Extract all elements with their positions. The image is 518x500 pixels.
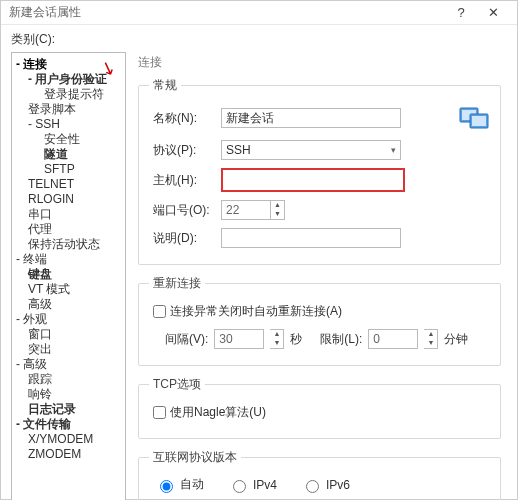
- limit-label: 限制(L):: [320, 331, 362, 348]
- radio-auto[interactable]: 自动: [155, 476, 204, 493]
- reconnect-legend: 重新连接: [149, 275, 205, 292]
- chevron-down-icon: ▾: [391, 145, 396, 155]
- tree-item[interactable]: 代理: [14, 222, 123, 237]
- tree-item[interactable]: X/YMODEM: [14, 432, 123, 447]
- tree-item[interactable]: 高级: [14, 297, 123, 312]
- computer-icon: [458, 104, 490, 132]
- name-label: 名称(N):: [149, 110, 221, 127]
- tree-item[interactable]: 响铃: [14, 387, 123, 402]
- interval-label: 间隔(V):: [165, 331, 208, 348]
- tree-item[interactable]: 登录脚本: [14, 102, 123, 117]
- dialog-window: 新建会话属性 ? ✕ 类别(C): ↘ - 连接- 用户身份验证登录提示符登录脚…: [0, 0, 518, 500]
- tcp-legend: TCP选项: [149, 376, 205, 393]
- host-input[interactable]: [224, 171, 402, 189]
- main-panel: 连接 常规 名称(N): 协议(P): SSH ▾: [136, 52, 507, 500]
- tree-item[interactable]: 安全性: [14, 132, 123, 147]
- interval-unit: 秒: [290, 331, 302, 348]
- radio-ipv4-input[interactable]: [233, 480, 246, 493]
- tree-item[interactable]: 保持活动状态: [14, 237, 123, 252]
- protocol-label: 协议(P):: [149, 142, 221, 159]
- general-group: 常规 名称(N): 协议(P): SSH ▾ 主机(H):: [138, 77, 501, 265]
- window-title: 新建会话属性: [9, 4, 445, 21]
- tree-item[interactable]: 隧道: [14, 147, 123, 162]
- tree-item[interactable]: - 高级: [14, 357, 123, 372]
- name-input[interactable]: [221, 108, 401, 128]
- tree-item[interactable]: 键盘: [14, 267, 123, 282]
- host-highlight: [221, 168, 405, 192]
- auto-reconnect-checkbox[interactable]: [153, 305, 166, 318]
- tree-item[interactable]: 登录提示符: [14, 87, 123, 102]
- tree-item[interactable]: RLOGIN: [14, 192, 123, 207]
- tree-item[interactable]: 跟踪: [14, 372, 123, 387]
- tree-item[interactable]: 窗口: [14, 327, 123, 342]
- tree-item[interactable]: - SSH: [14, 117, 123, 132]
- nagle-label: 使用Nagle算法(U): [170, 404, 266, 421]
- port-label: 端口号(O):: [149, 202, 221, 219]
- tree-item[interactable]: TELNET: [14, 177, 123, 192]
- radio-ipv6[interactable]: IPv6: [301, 477, 350, 493]
- tree-item[interactable]: - 终端: [14, 252, 123, 267]
- host-label: 主机(H):: [149, 172, 221, 189]
- category-tree[interactable]: ↘ - 连接- 用户身份验证登录提示符登录脚本- SSH安全性隧道SFTPTEL…: [11, 52, 126, 500]
- port-input[interactable]: [221, 200, 271, 220]
- tree-item[interactable]: 突出: [14, 342, 123, 357]
- panel-heading: 连接: [138, 54, 501, 71]
- tree-item[interactable]: SFTP: [14, 162, 123, 177]
- port-spinner[interactable]: ▲▼: [271, 200, 285, 220]
- protocol-value: SSH: [226, 143, 251, 157]
- radio-auto-input[interactable]: [160, 480, 173, 493]
- radio-ipv6-input[interactable]: [306, 480, 319, 493]
- tree-item[interactable]: - 外观: [14, 312, 123, 327]
- help-button[interactable]: ?: [445, 1, 477, 24]
- limit-spinner[interactable]: ▲▼: [424, 329, 438, 349]
- tree-item[interactable]: VT 模式: [14, 282, 123, 297]
- tree-item[interactable]: 日志记录: [14, 402, 123, 417]
- desc-label: 说明(D):: [149, 230, 221, 247]
- nagle-checkbox[interactable]: [153, 406, 166, 419]
- desc-input[interactable]: [221, 228, 401, 248]
- content-area: 类别(C): ↘ - 连接- 用户身份验证登录提示符登录脚本- SSH安全性隧道…: [1, 25, 517, 500]
- limit-input[interactable]: [368, 329, 418, 349]
- protocol-select[interactable]: SSH ▾: [221, 140, 401, 160]
- ipver-group: 互联网协议版本 自动 IPv4 IPv6: [138, 449, 501, 500]
- ipver-legend: 互联网协议版本: [149, 449, 241, 466]
- limit-unit: 分钟: [444, 331, 468, 348]
- general-legend: 常规: [149, 77, 181, 94]
- close-button[interactable]: ✕: [477, 1, 509, 24]
- auto-reconnect-label: 连接异常关闭时自动重新连接(A): [170, 303, 342, 320]
- interval-input[interactable]: [214, 329, 264, 349]
- category-label: 类别(C):: [11, 31, 507, 48]
- tree-item[interactable]: - 文件传输: [14, 417, 123, 432]
- body-split: ↘ - 连接- 用户身份验证登录提示符登录脚本- SSH安全性隧道SFTPTEL…: [11, 52, 507, 500]
- radio-ipv4[interactable]: IPv4: [228, 477, 277, 493]
- tcp-group: TCP选项 使用Nagle算法(U): [138, 376, 501, 439]
- titlebar: 新建会话属性 ? ✕: [1, 1, 517, 25]
- tree-item[interactable]: 串口: [14, 207, 123, 222]
- svg-rect-3: [472, 116, 486, 126]
- tree-item[interactable]: ZMODEM: [14, 447, 123, 462]
- reconnect-group: 重新连接 连接异常关闭时自动重新连接(A) 间隔(V): ▲▼ 秒 限制(L):…: [138, 275, 501, 366]
- interval-spinner[interactable]: ▲▼: [270, 329, 284, 349]
